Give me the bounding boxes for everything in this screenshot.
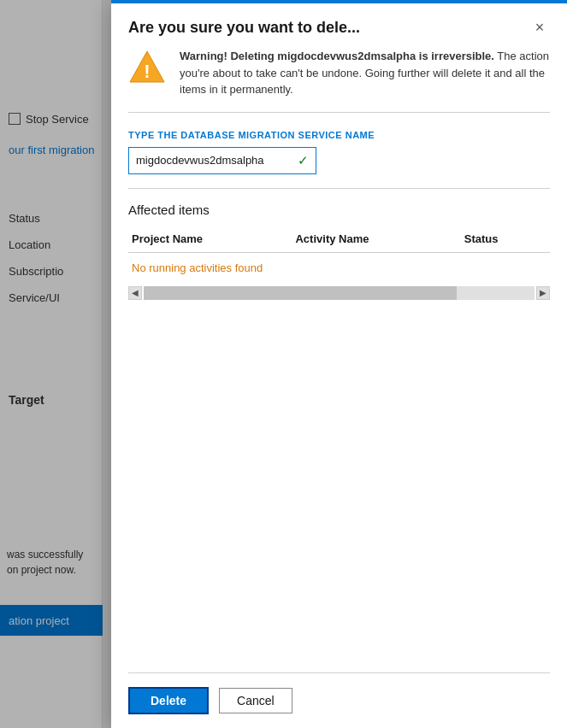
table-row: No running activities found [128,252,550,283]
warning-text: Warning! Deleting migdocdevwus2dmsalpha … [180,48,550,98]
col-activity-name: Activity Name [292,227,460,253]
warning-bold-text: Warning! Deleting migdocdevwus2dmsalpha … [180,50,494,62]
affected-items-table: Project Name Activity Name Status No run… [128,227,550,283]
scroll-thumb [144,286,457,300]
col-project-name: Project Name [128,227,292,253]
type-label: TYPE THE DATABASE MIGRATION SERVICE NAME [128,130,550,140]
col-status: Status [461,227,550,253]
modal-header: Are you sure you want to dele... × [111,3,567,48]
scroll-right-arrow[interactable]: ▶ [536,286,550,300]
modal-footer: Delete Cancel [111,673,567,728]
scroll-track[interactable] [144,286,535,300]
delete-confirmation-modal: Are you sure you want to dele... × ! War… [111,0,567,728]
scrollbar[interactable]: ◀ ▶ [128,286,550,300]
scroll-left-arrow[interactable]: ◀ [128,286,142,300]
service-name-input[interactable] [136,154,294,167]
no-activities-cell: No running activities found [128,252,550,283]
type-name-section: TYPE THE DATABASE MIGRATION SERVICE NAME… [111,113,567,188]
type-input-wrapper: ✓ [128,147,316,174]
affected-items-title: Affected items [128,203,550,217]
warning-icon: ! [128,50,166,91]
modal-spacer [111,431,567,672]
check-icon: ✓ [298,153,309,168]
warning-section: ! Warning! Deleting migdocdevwus2dmsalph… [111,48,567,112]
cancel-button[interactable]: Cancel [219,688,292,713]
no-activities-text: No running activities found [128,253,550,283]
delete-button[interactable]: Delete [128,687,209,714]
modal-title: Are you sure you want to dele... [128,19,360,37]
modal-close-button[interactable]: × [529,17,550,38]
table-header-row: Project Name Activity Name Status [128,227,550,253]
svg-text:!: ! [144,61,150,82]
affected-items-section: Affected items Project Name Activity Nam… [111,189,567,431]
